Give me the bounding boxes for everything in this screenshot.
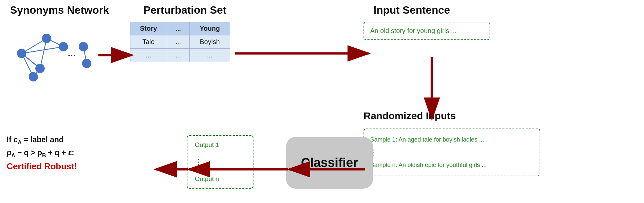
svg-point-9 [42,34,51,43]
condition-line2: pA − q > pB + q + ε: [7,147,150,160]
diagram: Synonyms Network ··· Perturbation Set St… [0,0,644,203]
svg-text:···: ··· [68,50,75,60]
condition-line1: If cA = label and [7,134,150,147]
certified-robust-label: Certified Robust! [7,160,150,174]
table-cell: ... [167,35,190,49]
input-sentence-box: An old story for young girls ... [364,22,490,40]
input-sentence-text: An old story for young girls ... [370,27,457,34]
table-cell: Tale [130,35,167,49]
arrow-output-to-condition [152,163,192,176]
svg-point-11 [29,72,38,81]
sample-n: Sample n: An oldish epic for youthful gi… [370,160,534,170]
svg-point-12 [59,42,68,51]
sample-1: Sample 1: An aged tale for boyish ladies… [370,135,534,145]
table-header-young: Young [190,22,230,35]
classifier-label: Classifier [301,156,358,170]
input-sentence-title: Input Sentence [374,4,450,16]
output-dots: ⋮ [195,158,202,166]
output-box: Output 1 ⋮ Output n [187,135,253,189]
table-cell: ... [190,49,230,62]
svg-point-8 [17,49,26,58]
output-1-label: Output 1 [195,141,219,149]
perturbation-table: Story ... Young Tale ... Boyish ... ... … [130,22,230,62]
sample-dots: ⋮ [370,146,534,159]
table-header-story: Story [130,22,167,35]
arrow-perturbation-to-input [233,47,374,60]
table-header-dots: ... [167,22,190,35]
table-cell: ... [130,49,167,62]
svg-point-10 [35,64,45,73]
svg-point-15 [79,42,88,51]
synonyms-network-title: Synonyms Network [10,4,109,16]
svg-point-16 [82,59,91,68]
perturbation-set-title: Perturbation Set [143,4,226,16]
table-cell: ... [167,49,190,62]
condition-text: If cA = label and pA − q > pB + q + ε: C… [7,134,150,174]
randomized-inputs-title: Randomized Inputs [364,110,456,122]
classifier-box: Classifier [286,137,373,189]
synonyms-network-graph: ··· [7,20,93,87]
output-n-label: Output n [195,175,219,183]
randomized-inputs-box: Sample 1: An aged tale for boyish ladies… [364,129,540,176]
table-cell: Boyish [190,35,230,49]
